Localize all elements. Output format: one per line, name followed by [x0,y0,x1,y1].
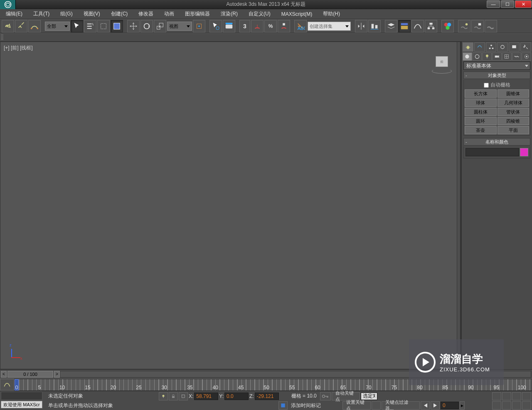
undo-link-icon[interactable] [2,20,14,32]
mini-curve-editor-icon[interactable] [0,379,14,390]
select-by-name-icon[interactable] [84,20,96,32]
close-button[interactable]: ✕ [515,0,532,8]
key-mode-icon[interactable] [372,401,381,410]
time-tag-icon[interactable] [278,401,288,410]
app-logo-icon[interactable] [0,0,16,9]
goto-start-icon[interactable] [421,401,430,410]
viewport-label[interactable]: [+] [前] [线框] [4,44,33,52]
use-pivot-icon[interactable] [193,20,205,32]
btn-cone[interactable]: 圆锥体 [498,89,530,98]
render-icon[interactable] [485,20,497,32]
select-region-rect-icon[interactable] [97,20,110,32]
frame-spinner[interactable]: ▸ [460,401,465,410]
schematic-view-icon[interactable] [425,20,437,32]
subtab-cameras-icon[interactable] [492,52,502,61]
select-manipulate-icon[interactable] [209,20,222,32]
tab-create-icon[interactable] [463,42,473,52]
key-icon[interactable] [320,392,331,400]
isolate-icon[interactable] [179,392,188,400]
nav-pan-icon[interactable] [492,401,501,410]
link-icon[interactable] [15,20,27,32]
maximize-button[interactable]: ☐ [501,0,514,8]
btn-plane[interactable]: 平面 [498,126,530,134]
layer-manager-icon[interactable] [385,20,397,32]
menu-create[interactable]: 创建(C) [108,10,131,18]
add-time-tag[interactable]: 添加时间标记 [288,402,323,409]
frame-input[interactable] [441,402,459,409]
y-coord-input[interactable] [224,393,249,400]
menu-grapheditors[interactable]: 图形编辑器 [182,10,212,18]
z-coord-input[interactable] [255,393,279,400]
current-frame-marker[interactable] [15,379,19,390]
percent-snap-icon[interactable]: % [264,20,277,32]
material-editor-icon[interactable] [441,20,454,32]
selected-edit-input[interactable] [361,393,377,400]
menu-edit[interactable]: 编辑(E) [3,10,25,18]
rollout-name-color[interactable]: 名称和颜色 [463,138,530,146]
btn-box[interactable]: 长方体 [465,89,497,98]
mirror-icon[interactable] [355,20,367,32]
selection-lock-icon[interactable] [159,392,168,400]
object-name-input[interactable] [466,148,519,156]
menu-group[interactable]: 组(G) [58,10,75,18]
minimize-button[interactable]: — [487,0,500,8]
menu-animation[interactable]: 动画 [162,10,177,18]
align-icon[interactable] [368,20,381,32]
menu-rendering[interactable]: 渲染(R) [218,10,240,18]
lock-icon[interactable] [169,392,178,400]
subtab-helpers-icon[interactable] [502,52,512,61]
btn-teapot[interactable]: 茶壶 [465,126,497,134]
graphite-toggle-icon[interactable] [398,20,411,32]
scale-icon[interactable] [154,20,166,32]
tab-hierarchy-icon[interactable] [486,42,497,52]
render-setup-icon[interactable] [458,20,470,32]
autogrid-checkbox[interactable] [484,83,489,88]
menu-help[interactable]: 帮助(H) [320,10,342,18]
btn-pyramid[interactable]: 四棱锥 [498,117,530,125]
nav-b-icon[interactable] [502,392,511,400]
subtab-lights-icon[interactable] [482,52,492,61]
menu-tools[interactable]: 工具(T) [31,10,52,18]
tab-utilities-icon[interactable] [520,42,531,52]
window-crossing-icon[interactable] [111,20,123,32]
play-icon[interactable] [431,401,440,410]
viewport-layout-preview[interactable] [1,392,42,400]
menu-maxscript[interactable]: MAXScript(M) [279,10,315,18]
tab-motion-icon[interactable] [497,42,508,52]
ref-coord-dropdown[interactable]: 视图 [167,22,192,31]
nav-a-icon[interactable] [492,392,501,400]
subtab-geometry-icon[interactable] [463,52,472,61]
x-coord-input[interactable] [194,393,218,400]
nav-zoom-icon[interactable] [512,401,521,410]
setkey-button[interactable]: 设置关键点 [342,401,371,410]
rollout-object-type[interactable]: 对象类型 [463,72,530,79]
rotate-icon[interactable] [140,20,153,32]
rendered-frame-icon[interactable] [471,20,484,32]
menu-views[interactable]: 视图(V) [81,10,103,18]
keyboard-shortcut-icon[interactable] [223,20,235,32]
spinner-snap-icon[interactable] [278,20,290,32]
tab-display-icon[interactable] [509,42,520,52]
btn-torus[interactable]: 圆环 [465,117,497,125]
nav-orbit-icon[interactable] [502,401,511,410]
subtab-systems-icon[interactable] [522,52,531,61]
selection-filter-dropdown[interactable]: 全部 [45,22,70,31]
menu-modifiers[interactable]: 修改器 [136,10,156,18]
btn-geosphere[interactable]: 几何球体 [498,99,530,107]
subtab-shapes-icon[interactable] [473,52,482,61]
category-dropdown[interactable]: 标准基本体 [463,62,530,70]
viewport-front[interactable]: [+] [前] [线框] 前 zx [0,42,461,369]
maxscript-listener[interactable]: 欢迎使用 MAXScr [1,401,42,408]
angle-snap-icon[interactable] [251,20,264,32]
time-slider-next[interactable]: > [54,371,60,378]
select-object-icon[interactable] [71,20,83,32]
btn-cylinder[interactable]: 圆柱体 [465,108,497,116]
nav-d-icon[interactable] [522,392,531,400]
object-color-swatch[interactable] [520,148,528,156]
time-slider-handle[interactable]: 0 / 100 [7,371,53,378]
nav-maximize-icon[interactable] [522,401,531,410]
viewcube[interactable]: 前 [432,54,452,74]
key-filters-button[interactable]: 关键点过滤器... [382,401,420,410]
edit-named-sel-icon[interactable]: ABC [294,20,307,32]
btn-sphere[interactable]: 球体 [465,99,497,107]
